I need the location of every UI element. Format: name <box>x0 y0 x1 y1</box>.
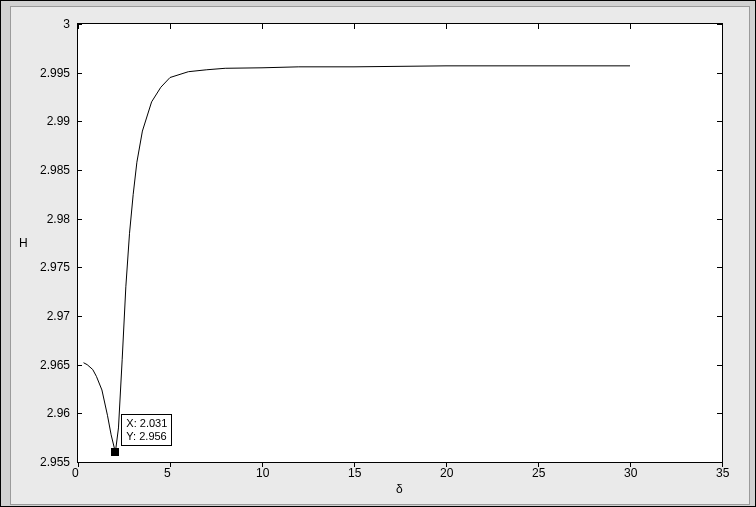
y-tick-label: 2.995 <box>40 66 70 80</box>
y-tick-right <box>717 365 722 366</box>
x-tick-top <box>170 24 171 29</box>
x-tick-label: 20 <box>440 466 453 480</box>
datatip-y-text: Y: 2.956 <box>126 430 167 443</box>
y-tick-label: 2.97 <box>47 309 70 323</box>
y-tick <box>77 267 82 268</box>
x-tick-label: 25 <box>532 466 545 480</box>
x-tick-label: 10 <box>256 466 269 480</box>
y-tick-right <box>717 413 722 414</box>
y-tick-right <box>717 73 722 74</box>
x-tick-label: 5 <box>164 466 171 480</box>
y-tick <box>77 219 82 220</box>
y-tick-label: 3 <box>63 17 70 31</box>
x-tick-top <box>446 24 447 29</box>
figure-window: X: 2.031 Y: 2.956 05101520253035 2.9552.… <box>0 0 756 507</box>
y-tick-label: 2.96 <box>47 406 70 420</box>
x-tick-top <box>354 24 355 29</box>
y-tick-right <box>717 462 722 463</box>
y-tick <box>77 365 82 366</box>
y-tick-label: 2.965 <box>40 358 70 372</box>
datatip-tooltip: X: 2.031 Y: 2.956 <box>121 414 172 446</box>
y-tick-right <box>717 316 722 317</box>
x-tick-top <box>722 24 723 29</box>
x-tick-label: 35 <box>716 466 729 480</box>
y-tick-label: 2.99 <box>47 114 70 128</box>
y-tick <box>77 73 82 74</box>
y-tick <box>77 413 82 414</box>
datatip-marker[interactable] <box>111 448 119 456</box>
y-tick-right <box>717 170 722 171</box>
x-tick-top <box>538 24 539 29</box>
datatip-x-text: X: 2.031 <box>126 417 167 430</box>
y-tick <box>77 121 82 122</box>
x-tick-label: 0 <box>72 466 79 480</box>
x-tick-top <box>262 24 263 29</box>
y-tick-right <box>717 121 722 122</box>
y-tick-label: 2.985 <box>40 163 70 177</box>
y-axis-label: H <box>19 236 28 250</box>
y-tick <box>77 316 82 317</box>
y-tick-label: 2.955 <box>40 455 70 469</box>
y-tick-label: 2.975 <box>40 260 70 274</box>
line-series <box>78 24 722 462</box>
x-tick-label: 15 <box>348 466 361 480</box>
y-tick <box>77 170 82 171</box>
y-tick-label: 2.98 <box>47 212 70 226</box>
y-tick-right <box>717 267 722 268</box>
x-axis-label: δ <box>396 482 403 496</box>
y-tick <box>77 462 82 463</box>
y-tick-right <box>717 24 722 25</box>
y-tick-right <box>717 219 722 220</box>
plot-axes[interactable]: X: 2.031 Y: 2.956 <box>77 23 723 463</box>
x-tick-label: 30 <box>624 466 637 480</box>
y-tick <box>77 24 82 25</box>
x-tick-top <box>630 24 631 29</box>
